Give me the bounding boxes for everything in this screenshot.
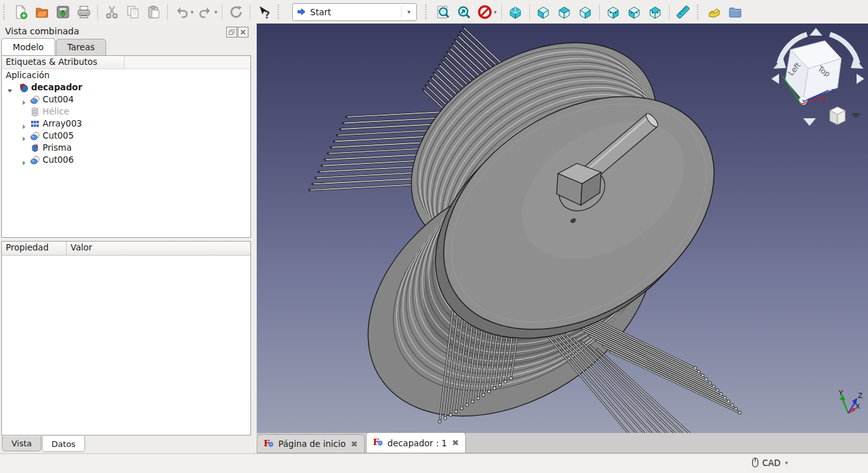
zoom-icon[interactable] [455, 3, 472, 20]
tree-item-label: Cut004 [43, 93, 74, 106]
measure-distance-icon[interactable] [675, 3, 692, 20]
mouse-icon [752, 457, 759, 468]
tree-item-decapador[interactable]: decapador [2, 81, 250, 93]
document-tab-label: Página de inicio [278, 439, 346, 449]
chevron-right-icon[interactable] [21, 133, 27, 139]
document-tab[interactable]: FPágina de inicio✖ [257, 434, 365, 453]
nav-left-arrow-icon[interactable] [771, 74, 779, 84]
undo-icon[interactable] [173, 3, 190, 20]
tree-item-cut006[interactable]: Cut006 [2, 154, 250, 166]
tree-item-hélice[interactable]: Hélice [2, 106, 250, 118]
paste-icon[interactable] [145, 3, 162, 20]
dropdown-caret-icon[interactable]: ▾ [191, 9, 194, 15]
dropdown-caret-icon[interactable]: ▾ [401, 6, 416, 18]
tree-item-label: Cut006 [43, 154, 74, 166]
close-icon[interactable] [238, 27, 248, 38]
boolean-cut-icon [30, 131, 40, 141]
left-view-icon[interactable] [647, 3, 664, 20]
chevron-right-icon[interactable] [21, 121, 27, 127]
main-toolbar: ▾▾? Start ▾▾ [0, 0, 868, 24]
nav-cube-z-label: z [831, 87, 834, 94]
tree-item-label: Aplicación [6, 69, 50, 81]
whats-this-icon[interactable]: ? [255, 3, 273, 20]
freecad-window: { "toolbar": { "file_icons": ["new-docum… [0, 0, 868, 473]
tree-item-label: Hélice [43, 106, 69, 118]
axonometric-view-icon[interactable] [507, 3, 524, 20]
refresh-icon[interactable] [227, 3, 245, 20]
freecad-document-icon [18, 83, 29, 93]
chevron-right-icon[interactable] [21, 157, 27, 163]
document-tab-bar: FPágina de inicio✖Fdecapador : 1✖ [257, 433, 868, 453]
rear-view-icon[interactable] [605, 3, 622, 20]
close-icon[interactable]: ✖ [452, 438, 459, 448]
tab-datos[interactable]: Datos [42, 436, 85, 452]
nav-cube-menu[interactable] [830, 107, 860, 125]
dropdown-caret-icon: ▾ [785, 460, 788, 466]
nav-down-arrow-icon[interactable] [803, 118, 816, 126]
nav-up-arrow-icon[interactable] [810, 28, 822, 36]
combo-view-panel: Vista combinada ModeloTareas Etiquetas &… [0, 24, 257, 453]
toolbar-separator [222, 4, 222, 20]
tree-item-label: Array003 [43, 118, 82, 130]
fit-all-icon[interactable] [434, 3, 451, 20]
nav-right-arrow-icon[interactable] [857, 74, 864, 84]
axis-cross: Y Z X [834, 384, 864, 418]
float-icon[interactable] [226, 27, 237, 38]
nav-cube-body[interactable]: z x Left Top [783, 41, 841, 106]
new-document-icon[interactable] [12, 3, 29, 20]
document-tab[interactable]: Fdecapador : 1✖ [366, 432, 466, 453]
cut-icon[interactable] [103, 3, 120, 20]
tree-item-aplicación[interactable]: Aplicación [2, 69, 250, 81]
part-icon[interactable] [706, 3, 723, 20]
right-view-icon[interactable] [577, 3, 594, 20]
property-column-valor[interactable]: Valor [67, 242, 250, 255]
dropdown-caret-icon[interactable]: ▾ [494, 9, 497, 15]
nav-style-label: CAD [762, 458, 780, 468]
helix-icon [30, 107, 40, 117]
bottom-view-icon[interactable] [626, 3, 643, 20]
navigation-style-selector[interactable]: CAD ▾ [752, 457, 788, 468]
status-bar: CAD ▾ [0, 453, 868, 473]
navigation-cube[interactable]: z x Left Top [770, 25, 867, 135]
folder-icon[interactable] [727, 3, 744, 20]
tree-item-array003[interactable]: Array003 [2, 118, 250, 130]
property-column-propiedad[interactable]: Propiedad [2, 242, 67, 255]
open-document-icon[interactable] [33, 3, 50, 20]
toolbar-handle[interactable] [425, 4, 429, 20]
redo-icon[interactable] [197, 3, 214, 20]
copy-icon[interactable] [124, 3, 141, 20]
array-icon [30, 119, 40, 129]
close-icon[interactable]: ✖ [351, 439, 358, 449]
chevron-right-icon[interactable] [21, 97, 27, 102]
tree-header: Etiquetas & Atributos [2, 56, 250, 69]
tab-tareas[interactable]: Tareas [56, 39, 106, 55]
toolbar-handle[interactable] [697, 4, 701, 20]
toolbar-handle[interactable] [3, 4, 7, 20]
panel-title-bar: Vista combinada [0, 25, 252, 38]
tree-item-cut005[interactable]: Cut005 [2, 130, 250, 142]
model-tasks-tabs: ModeloTareas [1, 38, 107, 55]
workbench-selector[interactable]: Start ▾ [292, 3, 417, 21]
toolbar-separator [250, 4, 250, 20]
chevron-down-icon[interactable] [7, 85, 13, 90]
toolbar-separator [97, 4, 98, 20]
prism-icon [30, 143, 40, 153]
tab-modelo[interactable]: Modelo [1, 38, 55, 55]
save-document-icon[interactable] [54, 3, 71, 20]
toolbar-handle[interactable] [278, 4, 281, 20]
print-icon[interactable] [75, 3, 92, 20]
freecad-app-icon: F [373, 437, 384, 449]
top-view-icon[interactable] [556, 3, 573, 20]
front-view-icon[interactable] [535, 3, 552, 20]
3d-viewport[interactable]: z x Left Top Y Z X [257, 24, 868, 433]
tree-item-label: Prisma [43, 142, 72, 154]
tree-item-cut004[interactable]: Cut004 [2, 93, 250, 106]
tree-item-prisma[interactable]: Prisma [2, 142, 250, 154]
tab-vista[interactable]: Vista [2, 436, 41, 451]
toolbar-separator [529, 4, 530, 20]
freecad-app-icon: F [264, 438, 275, 450]
tree-item-label: decapador [31, 81, 82, 93]
draw-style-icon[interactable] [476, 3, 493, 20]
model-tree: AplicacióndecapadorCut004HéliceArray003C… [2, 69, 250, 166]
dropdown-caret-icon[interactable]: ▾ [215, 9, 218, 15]
